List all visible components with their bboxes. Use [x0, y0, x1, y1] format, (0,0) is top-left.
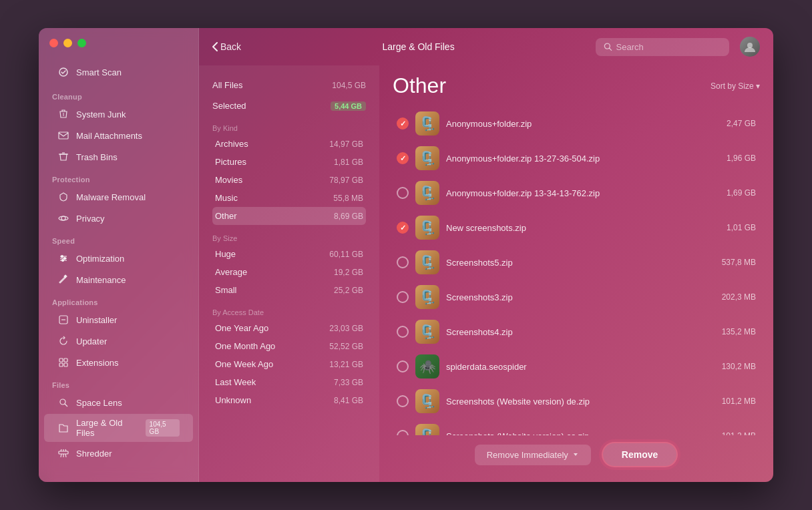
file-checkbox[interactable] — [397, 326, 409, 338]
privacy-icon — [57, 212, 69, 224]
malware-removal-icon — [57, 191, 69, 203]
sidebar-item-shredder[interactable]: Shredder — [44, 443, 193, 463]
filter-value: 8,41 GB — [334, 396, 363, 405]
sidebar-item-maintenance[interactable]: Maintenance — [44, 270, 193, 290]
filter-movies[interactable]: Movies 78,97 GB — [212, 171, 366, 189]
section-files-label: Files — [39, 373, 198, 392]
file-name: New screenshots.zip — [446, 223, 720, 233]
list-item[interactable]: 🗜️ Anonymous+folder.zip 13-34-13-762.zip… — [393, 176, 760, 210]
search-icon — [604, 42, 612, 51]
sidebar-item-large-old-files[interactable]: Large & Old Files 104,5 GB — [44, 414, 193, 442]
sidebar-item-label: Optimization — [76, 254, 124, 264]
file-checkbox[interactable]: ✓ — [397, 117, 409, 130]
file-checkbox[interactable] — [397, 256, 409, 268]
remove-button[interactable]: Remove — [602, 442, 678, 467]
file-name: Screenshots5.zip — [446, 258, 715, 268]
file-checkbox[interactable]: ✓ — [397, 152, 409, 164]
filter-value: 7,33 GB — [334, 378, 363, 387]
all-files-value: 104,5 GB — [332, 81, 366, 90]
sidebar-item-privacy[interactable]: Privacy — [44, 208, 193, 228]
filter-one-week-ago[interactable]: One Week Ago 13,21 GB — [212, 355, 366, 373]
filter-panel: All Files 104,5 GB Selected 5,44 GB By K… — [199, 65, 379, 482]
sidebar-item-space-lens[interactable]: Space Lens — [44, 393, 193, 413]
filter-pictures[interactable]: Pictures 1,81 GB — [212, 153, 366, 171]
sidebar-item-label: Smart Scan — [76, 67, 122, 77]
close-button[interactable] — [49, 39, 58, 47]
list-item[interactable]: ✓ 🗜️ Anonymous+folder.zip 13-27-36-504.z… — [393, 141, 760, 176]
filter-average[interactable]: Average 19,2 GB — [212, 263, 366, 281]
filter-archives[interactable]: Archives 14,97 GB — [212, 135, 366, 153]
sidebar-item-label: Shredder — [76, 449, 112, 459]
list-item[interactable]: 🗜️ Screenshots5.zip 537,8 MB — [393, 245, 760, 280]
minimize-button[interactable] — [63, 39, 72, 47]
sidebar-item-mail-attachments[interactable]: Mail Attachments — [44, 125, 193, 146]
list-item[interactable]: 🗜️ Screenshots (Website version) de.zip … — [393, 384, 760, 419]
file-icon: 🗜️ — [415, 146, 439, 170]
file-checkbox[interactable] — [397, 187, 409, 199]
filter-huge[interactable]: Huge 60,11 GB — [212, 245, 366, 263]
filter-label: Movies — [215, 175, 242, 185]
sidebar-item-label: Privacy — [76, 214, 105, 224]
sort-button[interactable]: Sort by Size ▾ — [710, 81, 760, 91]
file-checkbox[interactable] — [397, 291, 409, 303]
list-item[interactable]: 🕷️ spiderdata.seospider 130,2 MB — [393, 349, 760, 384]
filter-music[interactable]: Music 55,8 MB — [212, 189, 366, 207]
filter-value: 14,97 GB — [329, 140, 363, 149]
main-area: Back Large & Old Files — [199, 28, 773, 482]
file-checkbox[interactable] — [397, 430, 409, 435]
sidebar-item-extensions[interactable]: Extensions — [44, 352, 193, 372]
large-old-files-badge: 104,5 GB — [146, 419, 180, 437]
filter-label: Unknown — [215, 395, 251, 405]
file-list-panel: Other Sort by Size ▾ ✓ 🗜️ Anonymous+fold… — [379, 65, 773, 482]
filter-other[interactable]: Other 8,69 GB — [212, 207, 366, 225]
filter-label: Music — [215, 193, 238, 203]
file-icon: 🗜️ — [415, 389, 439, 413]
avatar[interactable] — [740, 37, 760, 57]
file-icon: 🗜️ — [415, 181, 439, 205]
filter-value: 23,03 GB — [329, 324, 363, 333]
search-input[interactable] — [616, 42, 721, 52]
file-name: Screenshots4.zip — [446, 327, 715, 337]
list-item[interactable]: 🗜️ Screenshots4.zip 135,2 MB — [393, 314, 760, 349]
content: All Files 104,5 GB Selected 5,44 GB By K… — [199, 65, 773, 482]
back-button[interactable]: Back — [212, 41, 241, 52]
uninstaller-icon — [57, 314, 69, 326]
sidebar-item-uninstaller[interactable]: Uninstaller — [44, 310, 193, 330]
sidebar-item-smart-scan[interactable]: Smart Scan — [44, 62, 193, 82]
filter-small[interactable]: Small 25,2 GB — [212, 281, 366, 299]
filter-label: Huge — [215, 249, 236, 259]
svg-point-29 — [747, 43, 753, 48]
list-item[interactable]: ✓ 🗜️ Anonymous+folder.zip 2,47 GB — [393, 106, 760, 141]
filter-last-week[interactable]: Last Week 7,33 GB — [212, 373, 366, 391]
remove-immediately-button[interactable]: Remove Immediately — [475, 445, 591, 465]
file-icon: 🗜️ — [415, 111, 439, 136]
file-checkbox[interactable] — [397, 395, 409, 407]
search-bar[interactable] — [596, 38, 729, 56]
list-item[interactable]: 🗜️ Screenshots3.zip 202,3 MB — [393, 280, 760, 314]
filter-unknown[interactable]: Unknown 8,41 GB — [212, 391, 366, 409]
filter-value: 1,81 GB — [334, 158, 363, 167]
traffic-lights — [49, 39, 86, 47]
filter-label: One Week Ago — [215, 359, 273, 369]
selected-row[interactable]: Selected 5,44 GB — [212, 97, 366, 115]
sidebar-item-malware-removal[interactable]: Malware Removal — [44, 187, 193, 207]
all-files-row[interactable]: All Files 104,5 GB — [212, 76, 366, 94]
file-checkbox[interactable]: ✓ — [397, 222, 409, 234]
filter-value: 8,69 GB — [334, 212, 363, 221]
file-checkbox[interactable] — [397, 360, 409, 372]
sidebar-item-label: Mail Attachments — [76, 131, 142, 141]
filter-one-month-ago[interactable]: One Month Ago 52,52 GB — [212, 337, 366, 355]
filter-one-year-ago[interactable]: One Year Ago 23,03 GB — [212, 319, 366, 337]
sidebar-item-trash-bins[interactable]: Trash Bins — [44, 147, 193, 167]
file-size: 130,2 MB — [722, 362, 756, 371]
filter-label: Average — [215, 267, 247, 277]
fullscreen-button[interactable] — [77, 39, 86, 47]
file-size: 537,8 MB — [722, 258, 756, 267]
list-item[interactable]: 🗜️ Screenshots (Website version) es.zip … — [393, 419, 760, 435]
sidebar-item-system-junk[interactable]: System Junk — [44, 104, 193, 124]
list-item[interactable]: ✓ 🗜️ New screenshots.zip 1,01 GB — [393, 210, 760, 245]
avatar-icon — [743, 40, 757, 53]
sidebar-item-updater[interactable]: Updater — [44, 331, 193, 351]
file-icon: 🗜️ — [415, 424, 439, 435]
sidebar-item-optimization[interactable]: Optimization — [44, 248, 193, 268]
